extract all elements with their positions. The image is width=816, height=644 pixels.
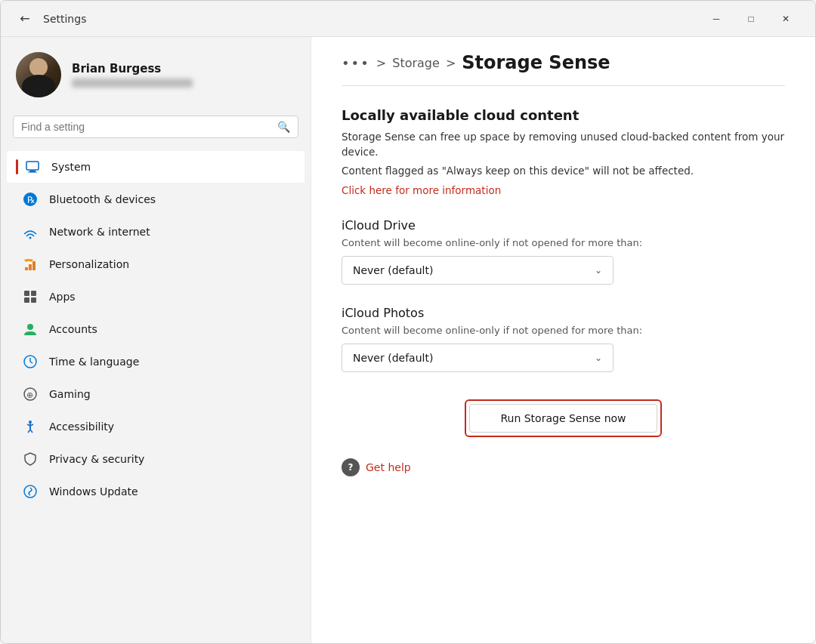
maximize-button[interactable]: □ — [734, 7, 768, 31]
sidebar-item-privacy[interactable]: Privacy & security — [7, 443, 304, 475]
svg-line-24 — [30, 430, 32, 433]
system-icon — [24, 159, 41, 175]
sidebar-item-system-label: System — [51, 161, 91, 173]
sidebar-item-update[interactable]: Windows Update — [7, 476, 304, 507]
close-button[interactable]: ✕ — [768, 7, 803, 31]
sidebar-item-time-label: Time & language — [49, 356, 139, 368]
avatar-image — [16, 52, 61, 97]
icloud-photos-dropdown[interactable]: Never (default) ⌄ — [342, 344, 614, 372]
sidebar-item-time[interactable]: Time & language — [7, 346, 304, 377]
breadcrumb-dots[interactable]: ••• — [342, 55, 370, 71]
icloud-photos-desc: Content will become online-only if not o… — [342, 325, 785, 336]
icloud-drive-desc: Content will become online-only if not o… — [342, 237, 785, 248]
sidebar-item-accessibility-label: Accessibility — [49, 421, 114, 433]
get-help-row: ? Get help — [342, 458, 785, 476]
minimize-button[interactable]: ─ — [699, 7, 734, 31]
user-profile: Brian Burgess — [1, 37, 311, 109]
breadcrumb-storage-link[interactable]: Storage — [392, 56, 440, 70]
icloud-drive-dropdown-value: Never (default) — [353, 264, 433, 276]
search-icon: 🔍 — [277, 121, 290, 133]
privacy-icon — [22, 451, 39, 467]
icloud-drive-title: iCloud Drive — [342, 218, 785, 233]
icloud-drive-section: iCloud Drive Content will become online-… — [342, 218, 785, 285]
breadcrumb-sep2: > — [446, 56, 456, 70]
sidebar-item-gaming-label: Gaming — [49, 388, 91, 400]
chevron-down-icon-photos: ⌄ — [595, 353, 602, 363]
svg-rect-8 — [32, 261, 36, 270]
sidebar-item-personalization-label: Personalization — [49, 258, 129, 270]
help-icon: ? — [342, 458, 360, 476]
sidebar-item-system[interactable]: System — [7, 151, 304, 183]
search-box[interactable]: 🔍 — [13, 116, 298, 138]
cloud-section-desc2: Content flagged as "Always keep on this … — [342, 163, 785, 178]
sidebar-item-network-label: Network & internet — [49, 226, 150, 238]
sidebar-item-accounts-label: Accounts — [49, 323, 97, 335]
nav-list: System ℞ Bluetooth & devices — [1, 147, 311, 511]
cloud-section-title: Locally available cloud content — [342, 107, 785, 123]
personalization-icon — [22, 256, 39, 273]
user-email — [72, 79, 193, 88]
sidebar: Brian Burgess 🔍 — [1, 37, 311, 643]
svg-rect-6 — [25, 267, 28, 270]
user-name: Brian Burgess — [72, 62, 193, 75]
svg-rect-11 — [24, 297, 29, 303]
svg-rect-7 — [29, 264, 32, 270]
cloud-section-link[interactable]: Click here for more information — [342, 184, 501, 196]
sidebar-item-apps-label: Apps — [49, 291, 76, 303]
icloud-drive-dropdown[interactable]: Never (default) ⌄ — [342, 256, 614, 285]
gaming-icon: ⊕ — [22, 386, 39, 402]
chevron-down-icon: ⌄ — [595, 265, 602, 276]
breadcrumb-sep1: > — [376, 56, 386, 70]
run-button-container: Run Storage Sense now — [342, 399, 785, 437]
active-indicator — [16, 159, 18, 174]
sidebar-item-bluetooth[interactable]: ℞ Bluetooth & devices — [7, 183, 304, 215]
back-button[interactable]: ← — [13, 7, 37, 31]
svg-text:℞: ℞ — [27, 195, 36, 205]
title-bar: ← Settings ─ □ ✕ — [1, 1, 815, 37]
icloud-photos-title: iCloud Photos — [342, 306, 785, 320]
run-storage-sense-button[interactable]: Run Storage Sense now — [469, 404, 657, 433]
svg-rect-12 — [31, 297, 36, 303]
sidebar-item-gaming[interactable]: ⊕ Gaming — [7, 378, 304, 410]
svg-text:⊕: ⊕ — [26, 390, 33, 400]
svg-point-19 — [29, 421, 32, 424]
avatar — [16, 52, 61, 97]
user-info: Brian Burgess — [72, 62, 193, 88]
sidebar-item-bluetooth-label: Bluetooth & devices — [49, 193, 156, 205]
icloud-photos-section: iCloud Photos Content will become online… — [342, 306, 785, 372]
cloud-section: Locally available cloud content Storage … — [342, 107, 785, 197]
window-title: Settings — [43, 13, 699, 25]
time-icon — [22, 353, 39, 370]
main-layout: Brian Burgess 🔍 — [1, 37, 815, 643]
search-input[interactable] — [21, 121, 271, 133]
svg-rect-2 — [28, 172, 37, 173]
sidebar-item-update-label: Windows Update — [49, 485, 138, 498]
sidebar-item-accessibility[interactable]: Accessibility — [7, 411, 304, 442]
run-button-highlight: Run Storage Sense now — [465, 399, 661, 437]
svg-line-16 — [30, 362, 32, 363]
breadcrumb: ••• > Storage > Storage Sense — [342, 37, 785, 86]
window-controls: ─ □ ✕ — [699, 7, 803, 31]
sidebar-item-apps[interactable]: Apps — [7, 281, 304, 313]
content-area: ••• > Storage > Storage Sense Locally av… — [311, 37, 815, 643]
bluetooth-icon: ℞ — [22, 191, 39, 208]
accounts-icon — [22, 321, 39, 337]
network-icon — [22, 223, 39, 240]
sidebar-item-network[interactable]: Network & internet — [7, 216, 304, 248]
sidebar-item-accounts[interactable]: Accounts — [7, 313, 304, 345]
sidebar-item-privacy-label: Privacy & security — [49, 453, 144, 465]
sidebar-item-personalization[interactable]: Personalization — [7, 248, 304, 280]
accessibility-icon — [22, 418, 39, 435]
svg-rect-10 — [31, 291, 36, 296]
svg-point-5 — [29, 237, 32, 239]
update-icon — [22, 483, 39, 500]
breadcrumb-current: Storage Sense — [462, 52, 610, 73]
get-help-link[interactable]: Get help — [366, 461, 411, 473]
svg-point-13 — [27, 324, 33, 330]
svg-rect-9 — [24, 291, 29, 296]
apps-icon — [22, 288, 39, 305]
settings-window: ← Settings ─ □ ✕ Brian Burgess — [0, 0, 816, 644]
search-container: 🔍 — [1, 109, 311, 147]
svg-rect-0 — [26, 162, 39, 170]
cloud-section-desc1: Storage Sense can free up space by remov… — [342, 129, 785, 160]
